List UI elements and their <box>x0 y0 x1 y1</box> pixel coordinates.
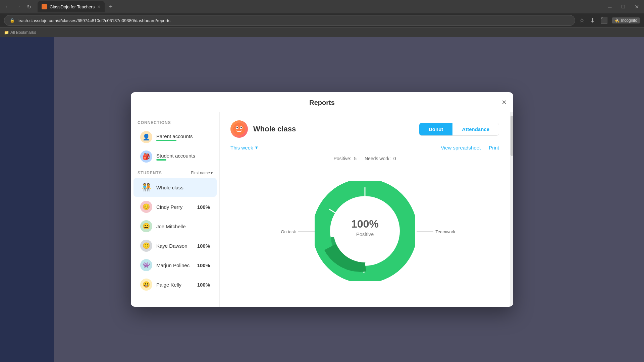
teamwork-line <box>417 232 433 232</box>
bookmarks-bar: 📁 All Bookmarks <box>0 27 644 37</box>
week-row: This week ▾ View spreadsheet Print <box>230 144 499 150</box>
positive-label: Positive: <box>334 156 352 161</box>
student-accounts-label: Student accounts <box>156 153 195 159</box>
joe-mitchelle-name: Joe Mitchelle <box>156 224 186 229</box>
extensions-icon[interactable]: ⬛ <box>599 15 609 25</box>
sidebar-item-parent-accounts[interactable]: 👤 Parent accounts <box>133 128 217 146</box>
sidebar-item-whole-class[interactable]: 🧑‍🤝‍🧑 Whole class <box>133 178 217 197</box>
kaye-dawson-avatar: 🙂 <box>140 240 152 252</box>
lock-icon: 🔒 <box>10 18 15 23</box>
class-monster-icon <box>230 120 248 138</box>
svg-point-10 <box>333 199 396 262</box>
whole-class-label: Whole class <box>156 185 183 190</box>
whole-class-emoji: 🧑‍🤝‍🧑 <box>142 183 151 192</box>
modal-scrollbar-thumb[interactable] <box>511 116 513 156</box>
kaye-avatar-emoji: 🙂 <box>143 242 150 249</box>
joe-mitchelle-avatar: 😄 <box>140 220 152 232</box>
stats-row: Positive: 5 Needs work: 0 <box>230 156 499 161</box>
whole-class-icon: 🧑‍🤝‍🧑 <box>140 181 152 193</box>
monster-svg <box>233 123 246 135</box>
needs-work-value: 0 <box>393 156 396 161</box>
modal-title: Reports <box>309 99 335 106</box>
forward-button[interactable]: → <box>13 2 23 11</box>
modal-header: Reports × <box>131 92 513 112</box>
first-name-label: First name <box>191 171 210 175</box>
incognito-label: Incognito <box>621 18 637 23</box>
action-links: View spreadsheet Print <box>441 145 499 150</box>
star-icon[interactable]: ☆ <box>578 15 586 25</box>
paige-avatar-emoji: 😃 <box>143 281 150 288</box>
first-name-sort[interactable]: First name ▾ <box>191 171 213 175</box>
parent-accounts-icon: 👤 <box>140 131 152 143</box>
teamwork-label: Teamwork <box>435 229 455 234</box>
tab-close-button[interactable]: ✕ <box>97 4 101 9</box>
cindy-perry-avatar: 😊 <box>140 201 152 213</box>
svg-text:Positive: Positive <box>356 231 374 237</box>
bookmarks-label: All Bookmarks <box>10 30 36 35</box>
on-task-line <box>298 232 315 232</box>
marjun-polinec-percent: 100% <box>197 262 210 268</box>
modal-close-button[interactable]: × <box>502 98 506 106</box>
view-spreadsheet-link[interactable]: View spreadsheet <box>441 145 481 150</box>
cindy-perry-name: Cindy Perry <box>156 204 182 210</box>
on-task-label: On task <box>281 229 296 234</box>
attendance-toggle-button[interactable]: Attendance <box>452 123 499 135</box>
class-title-area: Whole class <box>230 120 296 138</box>
new-tab-button[interactable]: + <box>106 2 115 11</box>
close-window-button[interactable]: ✕ <box>632 2 641 11</box>
week-dropdown-icon: ▾ <box>255 144 258 150</box>
connections-section-label: CONNECTIONS <box>131 118 219 127</box>
main-header-row: Whole class Donut Attendance <box>230 120 499 138</box>
modal-overlay: Reports × CONNECTIONS 👤 Parent accounts <box>0 37 644 362</box>
incognito-badge: 🕵 Incognito <box>612 17 640 23</box>
needs-work-label: Needs work: <box>365 156 391 161</box>
sidebar-item-paige-kelly[interactable]: 😃 Paige Kelly 100% <box>133 275 217 294</box>
paige-kelly-name: Paige Kelly <box>156 282 181 288</box>
students-section-header: STUDENTS First name ▾ <box>131 167 219 177</box>
address-bar-row: 🔒 teach.classdojo.com/#/classes/65974c81… <box>0 13 644 27</box>
sidebar-item-student-accounts[interactable]: 🎒 Student accounts <box>133 147 217 166</box>
address-bar[interactable]: 🔒 teach.classdojo.com/#/classes/65974c81… <box>4 15 575 26</box>
sidebar-item-joe-mitchelle[interactable]: 😄 Joe Mitchelle <box>133 217 217 236</box>
donut-toggle-button[interactable]: Donut <box>419 123 452 135</box>
on-task-label-container: On task <box>281 229 315 234</box>
minimize-button[interactable]: – <box>605 2 614 11</box>
cindy-avatar-emoji: 😊 <box>143 203 150 210</box>
modal-main: Whole class Donut Attendance This week ▾… <box>220 112 510 307</box>
refresh-button[interactable]: ↻ <box>24 2 34 11</box>
tab-favicon <box>42 4 47 9</box>
this-week-label: This week <box>230 145 253 150</box>
kaye-dawson-percent: 100% <box>197 243 210 249</box>
student-avatar-emoji: 🎒 <box>143 153 150 160</box>
nav-controls: ← → ↻ <box>3 2 34 11</box>
modal-scrollbar[interactable] <box>510 112 513 307</box>
marjun-avatar-emoji: 👾 <box>143 261 150 269</box>
sidebar-item-marjun-polinec[interactable]: 👾 Marjun Polinec 100% <box>133 256 217 275</box>
svg-point-4 <box>240 127 242 128</box>
active-tab[interactable]: ClassDojo for Teachers ✕ <box>38 1 105 12</box>
marjun-polinec-avatar: 👾 <box>140 259 152 271</box>
toolbar-right: ☆ ⬇ ⬛ 🕵 Incognito <box>578 15 640 25</box>
bookmarks-folder-icon: 📁 <box>4 30 9 35</box>
svg-point-0 <box>233 123 245 135</box>
view-toggle: Donut Attendance <box>419 123 499 136</box>
donut-chart-svg: 100% Positive <box>315 181 415 281</box>
kaye-dawson-name: Kaye Dawson <box>156 243 187 249</box>
browser-chrome: ← → ↻ ClassDojo for Teachers ✕ + – □ ✕ 🔒… <box>0 0 644 37</box>
url-text: teach.classdojo.com/#/classes/65974c810c… <box>17 18 170 23</box>
this-week-button[interactable]: This week ▾ <box>230 144 258 150</box>
modal-body: CONNECTIONS 👤 Parent accounts 🎒 <box>131 112 513 307</box>
back-button[interactable]: ← <box>3 2 12 11</box>
sidebar-item-kaye-dawson[interactable]: 🙂 Kaye Dawson 100% <box>133 236 217 255</box>
parent-accounts-label: Parent accounts <box>156 133 193 139</box>
tab-title: ClassDojo for Teachers <box>50 4 95 9</box>
download-icon[interactable]: ⬇ <box>589 15 596 25</box>
chart-container: On task Teamwork <box>230 168 499 295</box>
paige-kelly-avatar: 😃 <box>140 279 152 291</box>
maximize-button[interactable]: □ <box>619 2 628 11</box>
sort-chevron-icon: ▾ <box>211 171 213 175</box>
print-link[interactable]: Print <box>489 145 499 150</box>
sidebar-item-cindy-perry[interactable]: 😊 Cindy Perry 100% <box>133 197 217 216</box>
svg-text:100%: 100% <box>351 218 379 230</box>
marjun-polinec-name: Marjun Polinec <box>156 262 190 268</box>
